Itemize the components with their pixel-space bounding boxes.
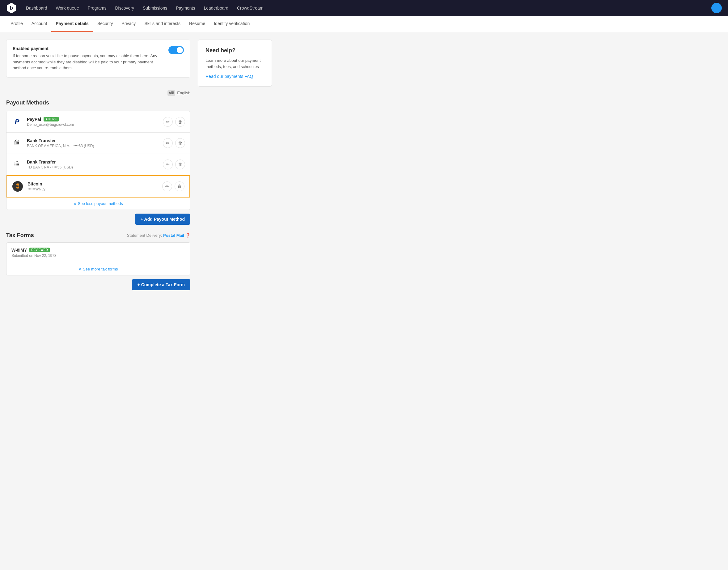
tax-forms-title: Tax Forms — [6, 232, 34, 239]
user-avatar[interactable] — [711, 3, 722, 13]
nav-dashboard[interactable]: Dashboard — [23, 4, 50, 12]
payout-bitcoin-name: Bitcoin — [27, 182, 42, 187]
payout-bank2-detail: TD BANK NA - ••••56 (USD) — [27, 165, 158, 170]
language-label[interactable]: English — [177, 90, 191, 95]
subnav-account[interactable]: Account — [27, 16, 52, 32]
payout-bank1-name: Bank Transfer — [27, 138, 56, 143]
toggle-track[interactable] — [168, 46, 184, 54]
tax-form-date: Submitted on Nov 22, 1978 — [11, 254, 185, 258]
payout-item-bank2: 🏛 Bank Transfer TD BANK NA - ••••56 (USD… — [6, 154, 190, 175]
payout-bank1-delete-btn[interactable]: 🗑 — [175, 138, 185, 148]
nav-programs[interactable]: Programs — [85, 4, 110, 12]
payout-paypal-actions: ✏ 🗑 — [163, 117, 185, 127]
help-title: Need help? — [206, 47, 264, 54]
tax-form-name-label: W-8IMY — [11, 248, 27, 253]
paypal-icon: P — [11, 116, 23, 127]
complete-tax-wrapper: + Complete a Tax Form — [6, 275, 191, 290]
subnav-profile[interactable]: Profile — [6, 16, 27, 32]
payout-paypal-delete-btn[interactable]: 🗑 — [175, 117, 185, 127]
payout-bitcoin-delete-btn[interactable]: 🗑 — [174, 182, 185, 191]
tax-form-item-w8imy: W-8IMY REVIEWED Submitted on Nov 22, 197… — [6, 243, 190, 263]
payout-paypal-edit-btn[interactable]: ✏ — [163, 117, 173, 127]
section-divider — [6, 85, 191, 85]
language-row: A里 English — [6, 90, 191, 96]
payout-paypal-badge: ACTIVE — [44, 117, 59, 121]
complete-tax-form-button[interactable]: + Complete a Tax Form — [132, 279, 191, 290]
enabled-payment-text: Enabled payment If for some reason you'd… — [13, 46, 163, 71]
enabled-payment-title: Enabled payment — [13, 46, 163, 51]
statement-delivery-value[interactable]: Postal Mail — [163, 233, 184, 238]
payout-bank1-edit-btn[interactable]: ✏ — [163, 138, 173, 148]
nav-submissions[interactable]: Submissions — [140, 4, 170, 12]
subnav-payment-details[interactable]: Payment details — [51, 16, 93, 32]
see-less-payout-btn[interactable]: ∧ See less payout methods — [6, 198, 190, 210]
payout-bank2-info: Bank Transfer TD BANK NA - ••••56 (USD) — [27, 160, 158, 170]
top-nav: b Dashboard Work queue Programs Discover… — [0, 0, 728, 16]
payout-bitcoin-info: Bitcoin ••••••WNLy — [27, 182, 158, 191]
payout-item-bank1: 🏛 Bank Transfer BANK OF AMERICA, N.A. - … — [6, 132, 190, 154]
subnav-resume[interactable]: Resume — [185, 16, 210, 32]
payout-bank2-edit-btn[interactable]: ✏ — [163, 160, 173, 170]
language-icon: A里 — [167, 90, 175, 96]
enabled-payment-section: Enabled payment If for some reason you'd… — [6, 40, 191, 77]
payout-paypal-name: PayPal — [27, 117, 41, 122]
statement-delivery-label: Statement Delivery: — [127, 233, 162, 238]
payout-item-bitcoin: ₿ Bitcoin ••••••WNLy ✏ 🗑 — [6, 175, 190, 198]
nav-payments[interactable]: Payments — [173, 4, 198, 12]
nav-discovery[interactable]: Discovery — [112, 4, 137, 12]
payout-bank2-name: Bank Transfer — [27, 160, 56, 165]
tax-forms-list: W-8IMY REVIEWED Submitted on Nov 22, 197… — [6, 242, 191, 275]
payout-methods-title: Payout Methods — [6, 99, 191, 106]
payout-bank1-detail: BANK OF AMERICA, N.A. - ••••63 (USD) — [27, 144, 158, 148]
statement-delivery: Statement Delivery: Postal Mail ❓ — [127, 233, 191, 238]
subnav-security[interactable]: Security — [93, 16, 117, 32]
payout-bitcoin-actions: ✏ 🗑 — [162, 182, 185, 191]
right-panel: Need help? Learn more about our payment … — [198, 40, 272, 290]
payout-paypal-detail: Demo_user@bugcrowd.com — [27, 122, 158, 127]
subnav-identity[interactable]: Identity verification — [210, 16, 254, 32]
payout-paypal-info: PayPal ACTIVE Demo_user@bugcrowd.com — [27, 117, 158, 127]
payout-bitcoin-edit-btn[interactable]: ✏ — [162, 182, 172, 191]
tax-section-header: Tax Forms Statement Delivery: Postal Mai… — [6, 232, 191, 239]
tax-form-badge: REVIEWED — [29, 248, 49, 252]
add-payout-wrapper: + Add Payout Method — [6, 214, 191, 227]
help-description: Learn more about our payment methods, fe… — [206, 57, 264, 69]
bank1-icon: 🏛 — [11, 137, 23, 149]
bitcoin-icon: ₿ — [12, 181, 23, 192]
payout-bitcoin-detail: ••••••WNLy — [27, 187, 158, 191]
payout-bank1-info: Bank Transfer BANK OF AMERICA, N.A. - ••… — [27, 138, 158, 148]
logo[interactable]: b — [6, 3, 17, 13]
payout-bank2-delete-btn[interactable]: 🗑 — [175, 160, 185, 170]
payout-bank1-actions: ✏ 🗑 — [163, 138, 185, 148]
payout-item-paypal: P PayPal ACTIVE Demo_user@bugcrowd.com ✏… — [6, 111, 190, 132]
enabled-payment-description: If for some reason you'd like to pause p… — [13, 53, 163, 71]
payment-toggle[interactable] — [168, 46, 184, 54]
sub-nav: Profile Account Payment details Security… — [0, 16, 728, 32]
left-panel: Enabled payment If for some reason you'd… — [6, 40, 191, 290]
see-more-tax-forms-btn[interactable]: ∨ See more tax forms — [6, 263, 190, 275]
add-payout-method-button[interactable]: + Add Payout Method — [135, 214, 191, 225]
help-faq-link[interactable]: Read our payments FAQ — [206, 74, 253, 79]
payout-methods-list: P PayPal ACTIVE Demo_user@bugcrowd.com ✏… — [6, 111, 191, 210]
statement-delivery-help-icon[interactable]: ❓ — [186, 233, 191, 238]
nav-workqueue[interactable]: Work queue — [53, 4, 82, 12]
nav-crowdstream[interactable]: CrowdStream — [234, 4, 267, 12]
main-content: Enabled payment If for some reason you'd… — [0, 32, 278, 298]
subnav-privacy[interactable]: Privacy — [117, 16, 140, 32]
bitcoin-icon-wrapper: ₿ — [12, 181, 23, 192]
help-card: Need help? Learn more about our payment … — [198, 40, 272, 86]
nav-leaderboard[interactable]: Leaderboard — [201, 4, 232, 12]
payout-bank2-actions: ✏ 🗑 — [163, 160, 185, 170]
bank2-icon: 🏛 — [11, 159, 23, 170]
subnav-skills[interactable]: Skills and interests — [140, 16, 185, 32]
